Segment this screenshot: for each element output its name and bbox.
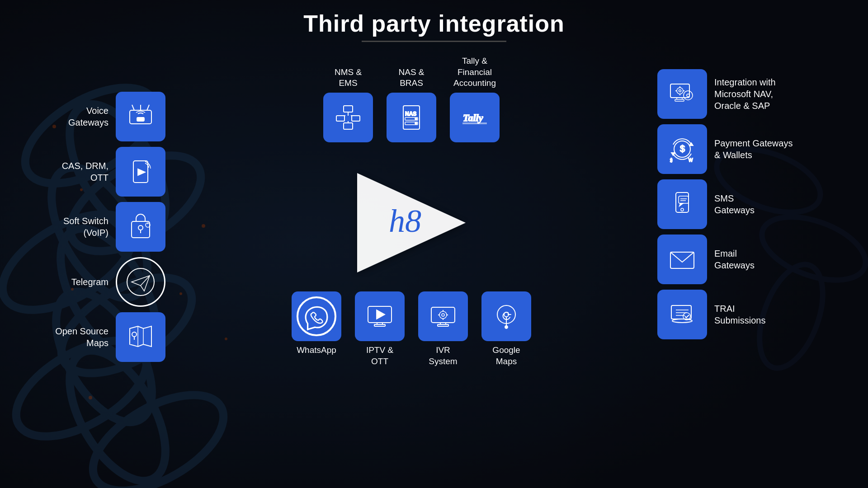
soft-switch-icon [125,211,156,242]
svg-rect-45 [344,106,353,112]
h8-logo: h8 [348,169,475,279]
center-logo-area: h8 [294,142,529,305]
svg-rect-69 [438,324,448,326]
right-column: Integration with Microsoft NAV, Oracle &… [657,56,841,367]
whatsapp-label: WhatsApp [297,345,336,356]
sms-icon-box [657,179,707,229]
left-item-cas-drm-ott: CAS, DRM, OTT [27,147,165,197]
iptv-icon [364,301,395,332]
payment-icon: $ ₿ W [667,134,698,164]
svg-point-86 [677,88,683,94]
sms-label: SMS Gateways [714,192,841,216]
soft-switch-icon-box [116,202,165,252]
top-icon-nas: NAS & BRAS NAS [387,67,436,142]
svg-point-92 [684,91,693,100]
telegram-icon-box [116,257,165,307]
left-item-maps: Open Source Maps [27,312,165,362]
top-icon-tally: Tally & Financial Accounting Tally [450,56,500,142]
svg-marker-67 [377,310,385,319]
payment-icon-box: $ ₿ W [657,124,707,174]
svg-text:Tally: Tally [463,112,483,123]
ivr-label: IVR System [429,345,457,367]
svg-point-58 [415,122,417,124]
left-item-telegram: Telegram [27,257,165,307]
title-underline [362,41,506,42]
soft-switch-label: Soft Switch (VoIP) [27,215,108,239]
nas-label: NAS & BRAS [398,67,424,89]
svg-rect-29 [137,117,144,121]
voice-gateways-label: Voice Gateways [27,105,108,128]
svg-text:NAS: NAS [405,111,416,117]
svg-line-28 [147,105,149,110]
svg-point-73 [442,314,444,316]
svg-point-33 [138,225,143,230]
svg-rect-107 [671,305,691,319]
nas-icon-box: NAS [387,93,436,142]
svg-point-108 [672,319,692,323]
page-title: Third party integration [0,0,868,37]
erp-label: Integration with Microsoft NAV, Oracle &… [714,76,841,112]
svg-rect-48 [352,116,360,121]
right-item-email: Email Gateways [657,235,841,284]
nms-label: NMS & EMS [335,67,362,89]
left-item-voice-gateways: Voice Gateways [27,92,165,141]
cas-drm-icon-box [116,147,165,197]
top-icons-row: NMS & EMS [323,56,500,142]
email-label: Email Gateways [714,248,841,271]
svg-text:h8: h8 [389,203,421,239]
svg-marker-38 [132,276,150,291]
svg-marker-31 [138,169,145,175]
erp-icon-box [657,69,707,119]
trai-icon [667,299,698,330]
svg-point-81 [505,326,508,328]
svg-rect-25 [130,110,151,124]
trai-label: TRAI Submissions [714,303,841,326]
tally-icon-box: Tally [450,93,500,142]
maps-icon-box [116,312,165,362]
svg-rect-64 [374,324,385,326]
email-icon [667,244,698,275]
svg-point-57 [415,118,417,120]
voice-gateway-icon [125,101,156,132]
payment-label: Payment Gateways & Wallets [714,137,841,161]
svg-rect-68 [431,307,455,323]
svg-point-72 [439,311,447,319]
telegram-icon [125,267,156,297]
svg-rect-47 [336,116,344,121]
nms-icon [333,102,363,133]
cas-drm-icon [125,156,156,187]
email-icon-box [657,235,707,284]
google-maps-icon [491,301,522,332]
cas-drm-ott-label: CAS, DRM, OTT [27,160,108,183]
svg-text:W: W [689,158,693,163]
svg-rect-51 [344,123,353,129]
nms-icon-box [323,93,373,142]
tally-icon: Tally [459,102,490,133]
right-item-erp: Integration with Microsoft NAV, Oracle &… [657,69,841,119]
svg-text:₿: ₿ [670,158,673,163]
voice-gateway-icon-box [116,92,165,141]
svg-point-43 [132,332,137,337]
h8-triangle-svg: h8 [348,169,475,277]
erp-icon [667,79,698,109]
svg-marker-103 [679,203,683,206]
right-item-trai: TRAI Submissions [657,290,841,339]
svg-point-87 [679,90,681,92]
svg-rect-83 [675,99,684,101]
google-maps-label: Google Maps [492,345,520,367]
tally-label: Tally & Financial Accounting [453,56,496,89]
right-item-payment: $ ₿ W Payment Gateways & Wallets [657,124,841,174]
top-icon-nms: NMS & EMS [323,67,373,142]
svg-point-101 [681,208,684,211]
center-section: NMS & EMS [165,56,657,367]
svg-rect-60 [463,123,486,124]
nas-icon: NAS [396,102,427,133]
telegram-label: Telegram [27,276,108,288]
maps-icon [125,322,156,352]
svg-rect-100 [676,192,689,212]
ivr-icon [428,301,458,332]
trai-icon-box [657,290,707,339]
left-item-soft-switch: Soft Switch (VoIP) [27,202,165,252]
sms-icon [667,189,698,220]
svg-rect-102 [679,196,689,203]
